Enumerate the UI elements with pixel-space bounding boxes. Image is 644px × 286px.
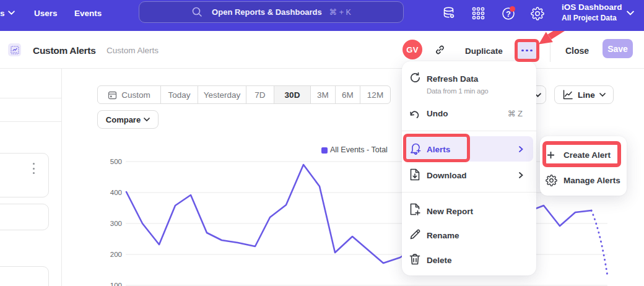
svg-text:400: 400 [110, 189, 122, 196]
svg-text:500: 500 [110, 158, 122, 165]
svg-text:200: 200 [110, 251, 122, 258]
svg-text:All Events - Total: All Events - Total [330, 145, 388, 154]
svg-text:100: 100 [110, 282, 122, 286]
svg-text:300: 300 [110, 220, 122, 227]
